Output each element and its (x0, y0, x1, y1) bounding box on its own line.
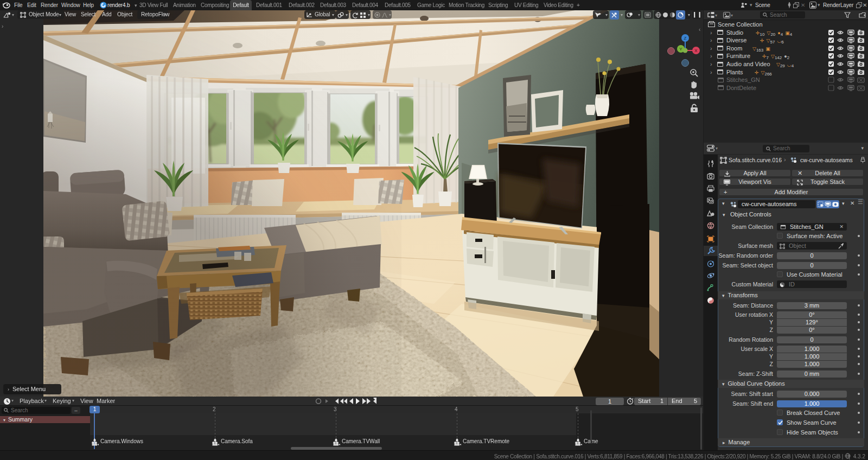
svg-text:Y: Y (679, 47, 682, 52)
svg-text:Z: Z (684, 36, 687, 41)
svg-text:X: X (694, 48, 698, 53)
